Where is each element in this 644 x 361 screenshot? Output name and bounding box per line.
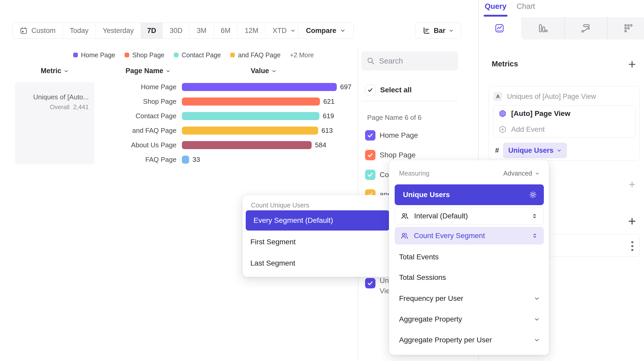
event-card: [Auto] Page View Add Event xyxy=(493,105,635,137)
legend-swatch xyxy=(230,53,235,57)
chart-type-button[interactable]: Bar xyxy=(415,23,461,39)
date-button-custom[interactable]: Custom xyxy=(12,23,63,38)
chevron-down-icon xyxy=(535,171,540,176)
filter-item-partial[interactable]: Uni Vie xyxy=(365,278,390,296)
stepper-icon[interactable] xyxy=(531,232,538,239)
bar-value: 33 xyxy=(193,156,200,164)
calendar-icon xyxy=(19,26,28,35)
menu-item-every-segment[interactable]: Every Segment (Default) xyxy=(246,210,389,231)
date-button-yesterday[interactable]: Yesterday xyxy=(96,23,141,38)
view-tab-retention[interactable] xyxy=(608,17,644,39)
select-all-row[interactable]: Select all xyxy=(365,85,412,95)
row-page-name: Home Page xyxy=(104,83,176,91)
menu-item-unique-users[interactable]: Unique Users xyxy=(395,184,544,205)
chevron-down-icon xyxy=(290,28,296,33)
measurement-row: # Unique Users xyxy=(495,143,640,158)
add-filter-button[interactable] xyxy=(628,180,636,189)
menu-item-aggregate-property-per-user[interactable]: Aggregate Property per User xyxy=(399,336,540,344)
chevron-down-icon xyxy=(534,295,540,302)
measuring-header: Measuring xyxy=(399,170,429,177)
date-button-7d[interactable]: 7D xyxy=(141,23,163,38)
filter-item-home-page[interactable]: Home Page xyxy=(365,130,418,141)
filter-item-shop-page[interactable]: Shop Page xyxy=(365,150,416,160)
bar[interactable] xyxy=(182,141,312,149)
metric-cell[interactable]: Uniques of [Auto... Overall2,441 xyxy=(15,82,94,164)
chevron-down-icon xyxy=(557,148,562,153)
column-header-value[interactable]: Value xyxy=(225,67,303,75)
menu-item-first-segment[interactable]: First Segment xyxy=(250,238,296,246)
chevron-down-icon xyxy=(271,68,277,74)
metric-card-header[interactable]: A Uniques of [Auto] Page View xyxy=(494,92,640,101)
metric-card: A Uniques of [Auto] Page View [Auto] Pag… xyxy=(489,86,640,161)
search-input[interactable] xyxy=(379,57,444,65)
interval-selector[interactable]: Interval (Default) xyxy=(395,207,544,225)
legend-item[interactable]: Contact Page xyxy=(174,51,221,59)
bar[interactable] xyxy=(182,98,320,106)
measurement-dropdown[interactable]: Unique Users xyxy=(503,143,567,158)
divider xyxy=(361,101,458,101)
column-header-metric[interactable]: Metric xyxy=(15,67,94,75)
date-button-12m[interactable]: 12M xyxy=(238,23,266,38)
chevron-down-icon xyxy=(166,68,171,74)
legend-swatch xyxy=(125,53,129,57)
menu-item-total-sessions[interactable]: Total Sessions xyxy=(399,273,446,282)
plus-icon xyxy=(627,217,637,226)
date-button-30d[interactable]: 30D xyxy=(163,23,190,38)
chart-legend: Home Page Shop Page Contact Page and FAQ… xyxy=(73,51,314,59)
checkbox[interactable] xyxy=(365,278,375,288)
bar[interactable] xyxy=(182,83,337,91)
bar-value: 697 xyxy=(340,83,351,91)
checkbox[interactable] xyxy=(365,130,375,141)
search-box xyxy=(361,51,458,71)
bar[interactable] xyxy=(182,156,189,164)
metric-card-title: Uniques of [Auto] Page View xyxy=(507,93,596,101)
row-page-name: Contact Page xyxy=(104,112,176,120)
legend-more[interactable]: +2 More xyxy=(290,51,314,59)
advanced-dropdown[interactable]: Advanced xyxy=(503,170,540,177)
legend-item[interactable]: Shop Page xyxy=(125,51,165,59)
table-row: and FAQ Page 613 xyxy=(104,126,333,135)
bar-value: 584 xyxy=(315,141,326,149)
column-header-page-name[interactable]: Page Name xyxy=(109,67,187,75)
add-metric-button[interactable] xyxy=(627,60,637,69)
people-icon xyxy=(400,232,409,240)
gear-icon[interactable] xyxy=(529,191,537,199)
add-breakdown-button[interactable] xyxy=(627,217,637,226)
compare-button[interactable]: Compare xyxy=(298,23,354,39)
flows-icon xyxy=(580,23,591,33)
legend-item[interactable]: Home Page xyxy=(73,51,115,59)
view-tab-insights[interactable] xyxy=(479,17,520,39)
kebab-icon[interactable] xyxy=(631,240,634,252)
legend-swatch xyxy=(174,53,179,57)
row-page-name: FAQ Page xyxy=(104,156,176,164)
table-row: Home Page 697 xyxy=(104,83,351,91)
date-button-6m[interactable]: 6M xyxy=(214,23,238,38)
select-all-checkbox[interactable] xyxy=(365,85,375,95)
stepper-icon[interactable] xyxy=(531,213,538,219)
add-event-row[interactable]: Add Event xyxy=(494,121,635,137)
view-tab-flows[interactable] xyxy=(565,17,606,39)
tab-chart[interactable]: Chart xyxy=(517,2,535,11)
event-row[interactable]: [Auto] Page View xyxy=(494,106,635,121)
menu-item-frequency-per-user[interactable]: Frequency per User xyxy=(399,294,540,303)
hash-icon: # xyxy=(495,147,499,155)
checkbox[interactable] xyxy=(365,170,375,180)
tab-query[interactable]: Query xyxy=(485,2,506,11)
funnels-icon xyxy=(538,23,548,33)
chevron-down-icon xyxy=(449,28,454,33)
date-button-3m[interactable]: 3M xyxy=(190,23,214,38)
menu-item-aggregate-property[interactable]: Aggregate Property xyxy=(399,315,540,323)
date-button-today[interactable]: Today xyxy=(63,23,96,38)
view-tab-funnels[interactable] xyxy=(522,17,564,39)
date-button-xtd[interactable]: XTD xyxy=(266,23,303,38)
bar[interactable] xyxy=(182,112,319,120)
count-mode-selector[interactable]: Count Every Segment xyxy=(395,227,544,245)
bar-chart-icon xyxy=(422,26,430,35)
retention-icon xyxy=(623,23,634,33)
bar[interactable] xyxy=(182,127,318,135)
menu-item-total-events[interactable]: Total Events xyxy=(399,253,439,261)
row-page-name: and FAQ Page xyxy=(104,127,176,135)
menu-item-last-segment[interactable]: Last Segment xyxy=(250,259,295,267)
legend-item[interactable]: and FAQ Page xyxy=(230,51,280,59)
checkbox[interactable] xyxy=(365,150,375,160)
